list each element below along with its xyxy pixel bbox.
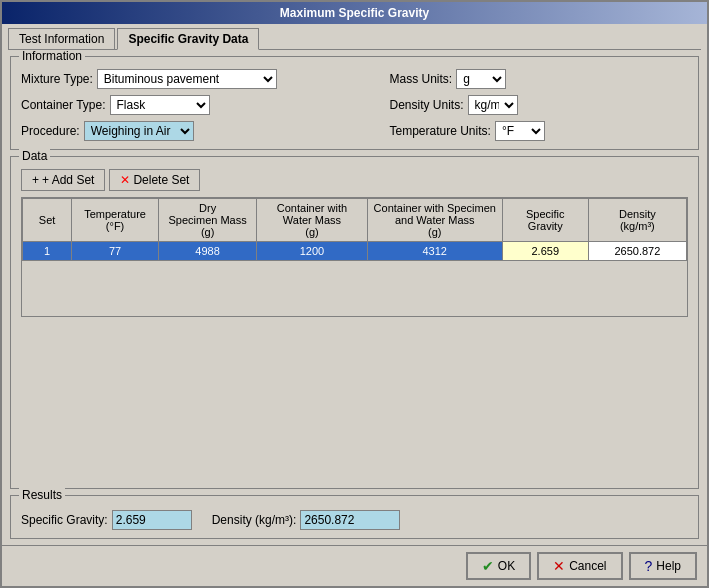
col-container-specimen-water: Container with Specimenand Water Mass(g): [367, 199, 502, 242]
col-density: Density(kg/m³): [588, 199, 686, 242]
information-group: Information Mixture Type: Bituminous pav…: [10, 56, 699, 150]
density-units-label: Density Units:: [390, 98, 464, 112]
density-result: Density (kg/m³):: [212, 510, 401, 530]
tab-test-information[interactable]: Test Information: [8, 28, 115, 49]
delete-set-label: Delete Set: [133, 173, 189, 187]
specific-gravity-result-input[interactable]: [112, 510, 192, 530]
information-title: Information: [19, 50, 85, 63]
density-result-input[interactable]: [300, 510, 400, 530]
tab-specific-gravity-data[interactable]: Specific Gravity Data: [117, 28, 259, 50]
main-window: Maximum Specific Gravity Test Informatio…: [0, 0, 709, 588]
add-set-button[interactable]: + + Add Set: [21, 169, 105, 191]
window-title: Maximum Specific Gravity: [280, 6, 429, 20]
help-button[interactable]: ? Help: [629, 552, 697, 580]
specific-gravity-result: Specific Gravity:: [21, 510, 192, 530]
cancel-icon: ✕: [553, 558, 565, 574]
results-title: Results: [19, 488, 65, 502]
density-units-select[interactable]: kg/m³: [468, 95, 518, 115]
density-result-label: Density (kg/m³):: [212, 513, 297, 527]
data-table-wrapper: Set Temperature(°F) DrySpecimen Mass(g) …: [21, 197, 688, 317]
col-container-water: Container withWater Mass(g): [257, 199, 368, 242]
content-area: Information Mixture Type: Bituminous pav…: [2, 50, 707, 545]
data-group: Data + + Add Set ✕ Delete Set: [10, 156, 699, 489]
temperature-units-row: Temperature Units: °F: [390, 121, 689, 141]
temperature-units-select[interactable]: °F: [495, 121, 545, 141]
container-type-select[interactable]: Flask: [110, 95, 210, 115]
cancel-button[interactable]: ✕ Cancel: [537, 552, 622, 580]
specific-gravity-result-label: Specific Gravity:: [21, 513, 108, 527]
procedure-row: Procedure: Weighing in Air: [21, 121, 350, 141]
help-icon: ?: [645, 558, 653, 574]
temperature-units-label: Temperature Units:: [390, 124, 491, 138]
plus-icon: +: [32, 173, 39, 187]
data-title: Data: [19, 149, 50, 163]
cancel-label: Cancel: [569, 559, 606, 573]
ok-label: OK: [498, 559, 515, 573]
mixture-type-select[interactable]: Bituminous pavement: [97, 69, 277, 89]
col-temperature: Temperature(°F): [72, 199, 159, 242]
table-row[interactable]: 1774988120043122.6592650.872: [23, 242, 687, 261]
col-dry-specimen: DrySpecimen Mass(g): [159, 199, 257, 242]
mixture-type-label: Mixture Type:: [21, 72, 93, 86]
procedure-select[interactable]: Weighing in Air: [84, 121, 194, 141]
col-specific-gravity: SpecificGravity: [502, 199, 588, 242]
container-type-label: Container Type:: [21, 98, 106, 112]
delete-set-button[interactable]: ✕ Delete Set: [109, 169, 200, 191]
help-label: Help: [656, 559, 681, 573]
results-group: Results Specific Gravity: Density (kg/m³…: [10, 495, 699, 539]
add-set-label: + Add Set: [42, 173, 94, 187]
data-table: Set Temperature(°F) DrySpecimen Mass(g) …: [22, 198, 687, 261]
density-units-row: Density Units: kg/m³: [390, 95, 689, 115]
tab-bar: Test Information Specific Gravity Data: [2, 24, 707, 49]
footer-bar: ✔ OK ✕ Cancel ? Help: [2, 546, 707, 586]
procedure-label: Procedure:: [21, 124, 80, 138]
information-grid: Mixture Type: Bituminous pavement Contai…: [21, 69, 688, 141]
ok-button[interactable]: ✔ OK: [466, 552, 531, 580]
results-row: Specific Gravity: Density (kg/m³):: [21, 510, 688, 530]
col-set: Set: [23, 199, 72, 242]
mass-units-select[interactable]: g: [456, 69, 506, 89]
data-toolbar: + + Add Set ✕ Delete Set: [21, 169, 688, 191]
ok-icon: ✔: [482, 558, 494, 574]
mass-units-row: Mass Units: g: [390, 69, 689, 89]
mass-units-label: Mass Units:: [390, 72, 453, 86]
title-bar: Maximum Specific Gravity: [2, 2, 707, 24]
mixture-type-row: Mixture Type: Bituminous pavement: [21, 69, 350, 89]
x-icon: ✕: [120, 173, 130, 187]
container-type-row: Container Type: Flask: [21, 95, 350, 115]
